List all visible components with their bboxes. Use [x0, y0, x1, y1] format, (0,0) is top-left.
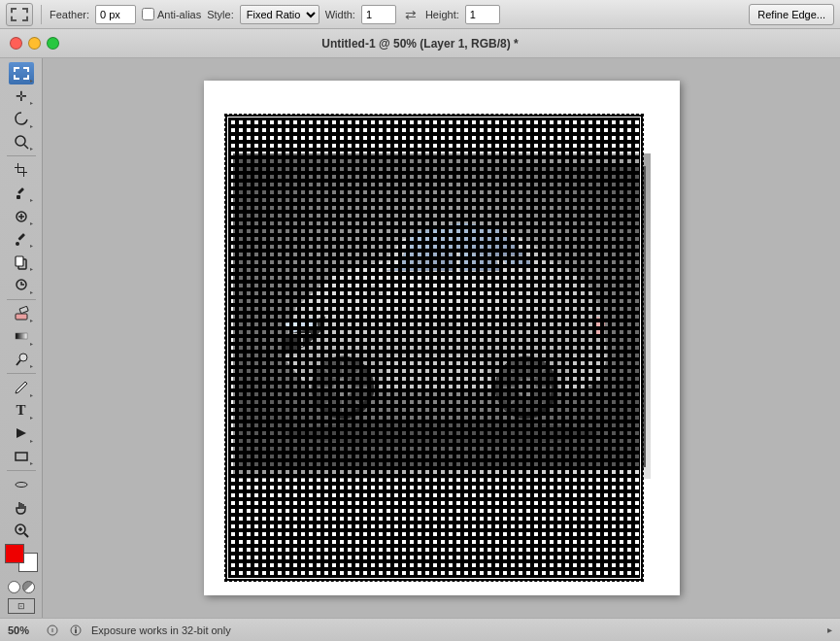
svg-point-23 — [16, 483, 27, 488]
svg-point-19 — [19, 354, 27, 361]
width-input[interactable] — [361, 5, 396, 24]
status-icon-right[interactable] — [68, 623, 84, 638]
svg-rect-6 — [17, 187, 24, 194]
svg-point-45 — [517, 378, 536, 397]
tool-crop[interactable] — [9, 159, 34, 182]
tool-lasso[interactable]: ▸ — [9, 108, 34, 130]
tool-quick-select[interactable]: ▸ — [9, 131, 34, 153]
refine-edge-button[interactable]: Refine Edge... — [749, 4, 834, 25]
quick-mask-on[interactable] — [22, 581, 35, 593]
main-area: ▸ ✛ ▸ ▸ ▸ ▸ ▸ — [0, 58, 840, 618]
style-label: Style: — [207, 9, 234, 20]
tool-sep-3 — [7, 373, 36, 374]
tool-eraser[interactable]: ▸ — [9, 302, 34, 324]
svg-rect-16 — [16, 314, 27, 320]
svg-point-12 — [16, 242, 19, 246]
tool-rectangular-marquee[interactable]: ▸ — [9, 62, 34, 84]
marquee-icon — [11, 8, 28, 21]
status-message: Exposure works in 32-bit only — [91, 624, 820, 636]
antialias-checkbox[interactable] — [142, 8, 154, 20]
svg-rect-7 — [17, 195, 20, 199]
status-arrow[interactable]: ▸ — [827, 624, 832, 635]
zoom-level: 50% — [8, 624, 37, 636]
svg-rect-57 — [75, 629, 77, 633]
width-label: Width: — [325, 9, 355, 20]
foreground-swatch[interactable] — [5, 544, 24, 563]
window-controls — [10, 37, 59, 50]
tool-dodge[interactable]: ▸ — [9, 349, 34, 371]
tool-brush[interactable]: ▸ — [9, 228, 34, 251]
svg-point-58 — [75, 626, 77, 628]
svg-rect-11 — [17, 233, 25, 241]
svg-rect-31 — [508, 320, 527, 324]
antialias-label[interactable]: Anti-alias — [142, 8, 201, 20]
height-label: Height: — [425, 9, 459, 20]
tool-history-brush[interactable]: ▸ — [9, 274, 34, 296]
svg-point-34 — [333, 378, 353, 397]
feather-input[interactable] — [95, 5, 136, 24]
svg-rect-5 — [23, 167, 24, 177]
style-select[interactable]: Fixed Ratio Normal Fixed Size — [240, 5, 319, 24]
canvas-area[interactable] — [43, 58, 840, 618]
tool-sep-2 — [7, 299, 36, 300]
tool-pen[interactable]: ▸ — [9, 377, 34, 399]
svg-rect-4 — [15, 167, 24, 168]
height-input[interactable] — [465, 5, 500, 24]
tool-healing-brush[interactable]: ▸ — [9, 205, 34, 227]
minimize-button[interactable] — [28, 37, 41, 50]
svg-point-29 — [286, 422, 597, 445]
svg-rect-3 — [17, 172, 27, 173]
status-icon-left[interactable] — [45, 623, 60, 638]
tool-hand[interactable] — [9, 497, 34, 520]
toolbar-tool-icon — [6, 3, 33, 26]
tool-move[interactable]: ✛ ▸ — [9, 85, 34, 108]
tool-gradient[interactable]: ▸ — [9, 325, 34, 348]
svg-rect-14 — [16, 256, 23, 266]
screen-mode-btn[interactable]: ⊡ — [8, 598, 35, 614]
tool-eyedropper[interactable]: ▸ — [9, 183, 34, 205]
tool-zoom[interactable] — [9, 520, 34, 542]
swap-dimensions-icon[interactable]: ⇄ — [402, 6, 420, 23]
left-toolbar: ▸ ✛ ▸ ▸ ▸ ▸ ▸ — [0, 58, 43, 618]
statusbar: 50% Exposure works in 32-bit only ▸ — [0, 618, 840, 641]
feather-label: Feather: — [50, 9, 89, 20]
svg-line-20 — [17, 360, 20, 365]
svg-line-25 — [24, 533, 28, 537]
toolbar-separator-1 — [41, 5, 42, 24]
window-title: Untitled-1 @ 50% (Layer 1, RGB/8) * — [321, 37, 518, 51]
quick-mask-off[interactable] — [8, 581, 20, 593]
tool-sep-1 — [7, 155, 36, 156]
tool-clone-stamp[interactable]: ▸ — [9, 251, 34, 273]
svg-point-0 — [16, 136, 25, 146]
titlebar: Untitled-1 @ 50% (Layer 1, RGB/8) * — [0, 29, 840, 58]
tool-3d[interactable] — [9, 474, 34, 496]
close-button[interactable] — [10, 37, 22, 50]
tool-sep-4 — [7, 470, 36, 471]
color-swatches[interactable] — [5, 544, 38, 573]
svg-rect-21 — [16, 453, 27, 460]
svg-rect-30 — [437, 321, 456, 326]
maximize-button[interactable] — [47, 37, 59, 50]
svg-rect-18 — [16, 333, 27, 339]
svg-line-1 — [24, 145, 28, 149]
car-image — [233, 153, 651, 479]
top-toolbar: Feather: Anti-alias Style: Fixed Ratio N… — [0, 0, 840, 29]
svg-rect-17 — [19, 306, 28, 313]
document-canvas — [204, 81, 680, 595]
tool-text[interactable]: T ▸ — [9, 400, 34, 422]
tool-shape[interactable]: ▸ — [9, 446, 34, 468]
tool-path-select[interactable]: ▸ — [9, 422, 34, 445]
